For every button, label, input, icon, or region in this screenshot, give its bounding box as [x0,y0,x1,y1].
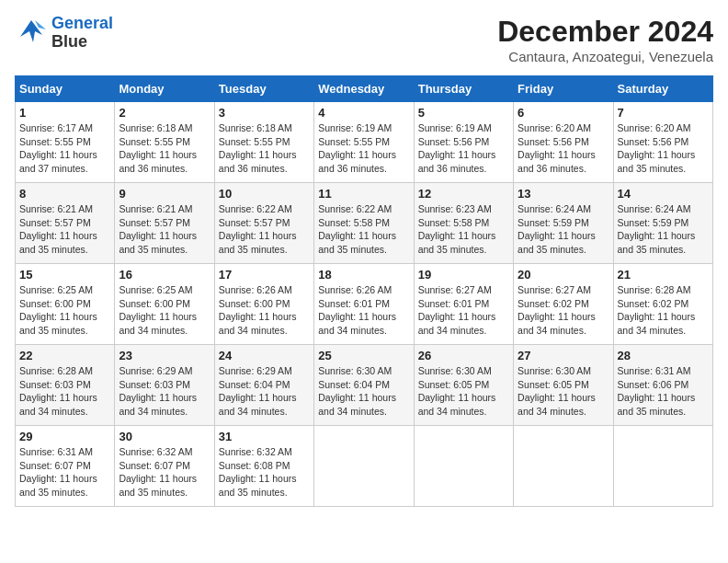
calendar-table: SundayMondayTuesdayWednesdayThursdayFrid… [15,75,713,507]
day-number: 23 [119,349,210,362]
calendar-day-cell: 18Sunrise: 6:26 AM Sunset: 6:01 PM Dayli… [314,264,414,345]
day-number: 9 [119,187,210,201]
day-number: 24 [219,349,310,362]
column-header-saturday: Saturday [613,76,712,102]
day-info: Sunrise: 6:30 AM Sunset: 6:04 PM Dayligh… [318,364,409,419]
column-header-tuesday: Tuesday [214,76,313,102]
calendar-day-cell: 1Sunrise: 6:17 AM Sunset: 5:55 PM Daylig… [16,102,115,183]
day-info: Sunrise: 6:20 AM Sunset: 5:56 PM Dayligh… [518,121,609,176]
day-info: Sunrise: 6:28 AM Sunset: 6:03 PM Dayligh… [19,364,110,419]
day-info: Sunrise: 6:25 AM Sunset: 6:00 PM Dayligh… [119,283,210,338]
logo-line1: General [51,15,113,33]
day-number: 29 [19,430,110,443]
day-number: 27 [518,349,609,362]
day-number: 11 [318,187,409,201]
day-info: Sunrise: 6:32 AM Sunset: 6:08 PM Dayligh… [219,445,310,500]
calendar-day-cell: 30Sunrise: 6:32 AM Sunset: 6:07 PM Dayli… [115,426,214,507]
day-info: Sunrise: 6:18 AM Sunset: 5:55 PM Dayligh… [219,121,310,176]
calendar-day-cell: 16Sunrise: 6:25 AM Sunset: 6:00 PM Dayli… [115,264,214,345]
logo-bird-icon [15,17,48,50]
day-info: Sunrise: 6:19 AM Sunset: 5:56 PM Dayligh… [418,121,509,176]
column-header-thursday: Thursday [414,76,513,102]
calendar-day-cell: 27Sunrise: 6:30 AM Sunset: 6:05 PM Dayli… [514,345,613,426]
empty-cell [514,426,613,507]
day-number: 8 [19,187,110,201]
day-info: Sunrise: 6:24 AM Sunset: 5:59 PM Dayligh… [618,202,709,257]
day-info: Sunrise: 6:18 AM Sunset: 5:55 PM Dayligh… [119,121,210,176]
day-info: Sunrise: 6:19 AM Sunset: 5:55 PM Dayligh… [318,121,409,176]
day-info: Sunrise: 6:26 AM Sunset: 6:00 PM Dayligh… [219,283,310,338]
day-info: Sunrise: 6:25 AM Sunset: 6:00 PM Dayligh… [19,283,110,338]
calendar-day-cell: 17Sunrise: 6:26 AM Sunset: 6:00 PM Dayli… [214,264,313,345]
calendar-day-cell: 4Sunrise: 6:19 AM Sunset: 5:55 PM Daylig… [314,102,414,183]
calendar-day-cell: 28Sunrise: 6:31 AM Sunset: 6:06 PM Dayli… [613,345,712,426]
day-info: Sunrise: 6:29 AM Sunset: 6:03 PM Dayligh… [119,364,210,419]
column-header-sunday: Sunday [16,76,115,102]
day-info: Sunrise: 6:20 AM Sunset: 5:56 PM Dayligh… [618,121,709,176]
calendar-day-cell: 24Sunrise: 6:29 AM Sunset: 6:04 PM Dayli… [214,345,313,426]
day-number: 20 [518,268,609,282]
day-number: 15 [19,268,110,282]
day-number: 10 [219,187,310,201]
day-number: 25 [318,349,409,362]
calendar-day-cell: 15Sunrise: 6:25 AM Sunset: 6:00 PM Dayli… [16,264,115,345]
day-number: 26 [418,349,509,362]
calendar-day-cell: 12Sunrise: 6:23 AM Sunset: 5:58 PM Dayli… [414,183,513,264]
calendar-day-cell: 9Sunrise: 6:21 AM Sunset: 5:57 PM Daylig… [115,183,214,264]
day-info: Sunrise: 6:21 AM Sunset: 5:57 PM Dayligh… [19,202,110,257]
day-number: 21 [618,268,709,282]
calendar-day-cell: 8Sunrise: 6:21 AM Sunset: 5:57 PM Daylig… [16,183,115,264]
calendar-day-cell: 10Sunrise: 6:22 AM Sunset: 5:57 PM Dayli… [214,183,313,264]
calendar-day-cell: 2Sunrise: 6:18 AM Sunset: 5:55 PM Daylig… [115,102,214,183]
day-number: 1 [19,106,110,120]
day-number: 13 [518,187,609,201]
day-number: 30 [119,430,210,443]
day-info: Sunrise: 6:32 AM Sunset: 6:07 PM Dayligh… [119,445,210,500]
day-number: 5 [418,106,509,120]
page-header: General Blue December 2024 Cantaura, Anz… [15,15,713,64]
calendar-day-cell: 31Sunrise: 6:32 AM Sunset: 6:08 PM Dayli… [214,426,313,507]
calendar-day-cell: 21Sunrise: 6:28 AM Sunset: 6:02 PM Dayli… [613,264,712,345]
location-subtitle: Cantaura, Anzoategui, Venezuela [497,49,713,64]
calendar-day-cell: 6Sunrise: 6:20 AM Sunset: 5:56 PM Daylig… [514,102,613,183]
calendar-week-row: 22Sunrise: 6:28 AM Sunset: 6:03 PM Dayli… [16,345,713,426]
calendar-day-cell: 5Sunrise: 6:19 AM Sunset: 5:56 PM Daylig… [414,102,513,183]
day-number: 4 [318,106,409,120]
day-info: Sunrise: 6:29 AM Sunset: 6:04 PM Dayligh… [219,364,310,419]
calendar-day-cell: 11Sunrise: 6:22 AM Sunset: 5:58 PM Dayli… [314,183,414,264]
day-info: Sunrise: 6:17 AM Sunset: 5:55 PM Dayligh… [19,121,110,176]
day-number: 3 [219,106,310,120]
day-number: 19 [418,268,509,282]
day-info: Sunrise: 6:24 AM Sunset: 5:59 PM Dayligh… [518,202,609,257]
day-info: Sunrise: 6:26 AM Sunset: 6:01 PM Dayligh… [318,283,409,338]
day-number: 12 [418,187,509,201]
day-number: 6 [518,106,609,120]
day-info: Sunrise: 6:31 AM Sunset: 6:06 PM Dayligh… [618,364,709,419]
empty-cell [314,426,414,507]
day-info: Sunrise: 6:30 AM Sunset: 6:05 PM Dayligh… [518,364,609,419]
day-number: 31 [219,430,310,443]
day-info: Sunrise: 6:30 AM Sunset: 6:05 PM Dayligh… [418,364,509,419]
day-number: 22 [19,349,110,362]
calendar-day-cell: 29Sunrise: 6:31 AM Sunset: 6:07 PM Dayli… [16,426,115,507]
empty-cell [613,426,712,507]
calendar-day-cell: 14Sunrise: 6:24 AM Sunset: 5:59 PM Dayli… [613,183,712,264]
day-info: Sunrise: 6:28 AM Sunset: 6:02 PM Dayligh… [618,283,709,338]
column-header-monday: Monday [115,76,214,102]
calendar-day-cell: 13Sunrise: 6:24 AM Sunset: 5:59 PM Dayli… [514,183,613,264]
calendar-day-cell: 22Sunrise: 6:28 AM Sunset: 6:03 PM Dayli… [16,345,115,426]
calendar-week-row: 8Sunrise: 6:21 AM Sunset: 5:57 PM Daylig… [16,183,713,264]
empty-cell [414,426,513,507]
calendar-day-cell: 25Sunrise: 6:30 AM Sunset: 6:04 PM Dayli… [314,345,414,426]
day-info: Sunrise: 6:22 AM Sunset: 5:57 PM Dayligh… [219,202,310,257]
calendar-week-row: 29Sunrise: 6:31 AM Sunset: 6:07 PM Dayli… [16,426,713,507]
column-header-wednesday: Wednesday [314,76,414,102]
calendar-day-cell: 23Sunrise: 6:29 AM Sunset: 6:03 PM Dayli… [115,345,214,426]
calendar-week-row: 15Sunrise: 6:25 AM Sunset: 6:00 PM Dayli… [16,264,713,345]
calendar-header-row: SundayMondayTuesdayWednesdayThursdayFrid… [16,76,713,102]
calendar-day-cell: 26Sunrise: 6:30 AM Sunset: 6:05 PM Dayli… [414,345,513,426]
column-header-friday: Friday [514,76,613,102]
calendar-day-cell: 19Sunrise: 6:27 AM Sunset: 6:01 PM Dayli… [414,264,513,345]
day-info: Sunrise: 6:27 AM Sunset: 6:02 PM Dayligh… [518,283,609,338]
title-block: December 2024 Cantaura, Anzoategui, Vene… [497,15,713,64]
